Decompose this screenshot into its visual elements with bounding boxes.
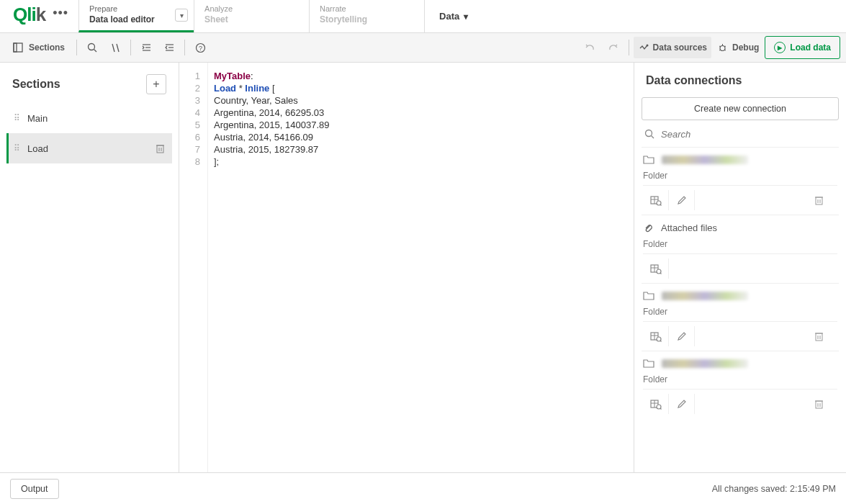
- connection-type: Folder: [643, 301, 837, 321]
- connection-header[interactable]: [643, 359, 837, 369]
- play-icon: ▶: [774, 42, 786, 53]
- search-input[interactable]: [661, 129, 837, 140]
- bottom-bar: Output All changes saved: 2:15:49 PM: [0, 472, 846, 504]
- section-item-load[interactable]: ⠿Load: [6, 133, 172, 163]
- chevron-down-icon[interactable]: ▾: [175, 9, 188, 22]
- output-button[interactable]: Output: [10, 479, 59, 499]
- connection-item: Attached filesFolder: [642, 215, 839, 283]
- create-connection-button[interactable]: Create new connection: [642, 97, 839, 120]
- qlik-logo: Qlik: [13, 4, 45, 26]
- svg-point-14: [646, 44, 648, 46]
- logo-area: Qlik •••: [0, 0, 78, 32]
- svg-line-40: [660, 273, 662, 274]
- connection-type: Folder: [643, 233, 837, 253]
- datasources-label: Data sources: [653, 42, 707, 53]
- toolbar: Sections ? Data sources Debug ▶ Load dat…: [0, 33, 846, 63]
- top-bar: Qlik ••• PrepareData load editor▾Analyze…: [0, 0, 846, 33]
- svg-line-45: [660, 341, 662, 342]
- connection-name-redacted: [662, 292, 748, 300]
- connection-actions: [643, 321, 837, 346]
- svg-rect-46: [816, 333, 822, 341]
- edit-icon[interactable]: [669, 326, 695, 346]
- svg-text:?: ?: [199, 45, 202, 52]
- connection-type: Folder: [643, 369, 837, 389]
- main-area: Sections + ⠿Main⠿Load 12345678 MyTable:L…: [0, 63, 846, 472]
- sections-sidebar: Sections + ⠿Main⠿Load: [0, 63, 179, 472]
- debug-button[interactable]: Debug: [713, 37, 763, 58]
- select-data-icon[interactable]: [643, 394, 669, 414]
- select-data-icon[interactable]: [643, 190, 669, 210]
- datasources-button[interactable]: Data sources: [634, 37, 711, 58]
- edit-icon[interactable]: [669, 190, 695, 210]
- app-name: Data: [439, 11, 459, 22]
- delete-icon[interactable]: [814, 399, 837, 409]
- code-area[interactable]: MyTable:Load * Inline [Country, Year, Sa…: [208, 63, 634, 472]
- connection-actions: [643, 389, 837, 414]
- connection-search[interactable]: [642, 120, 839, 147]
- delete-icon[interactable]: [814, 195, 837, 205]
- indent-icon[interactable]: [135, 37, 157, 58]
- svg-line-3: [94, 49, 96, 52]
- redo-icon: [603, 37, 624, 58]
- section-item-main[interactable]: ⠿Main: [6, 103, 172, 133]
- chevron-down-icon: ▾: [464, 12, 468, 22]
- connection-header[interactable]: [643, 155, 837, 165]
- svg-rect-55: [816, 401, 822, 408]
- svg-line-5: [117, 44, 119, 52]
- delete-icon[interactable]: [814, 331, 837, 341]
- edit-icon[interactable]: [669, 394, 695, 414]
- line-gutter: 12345678: [179, 63, 208, 472]
- connection-item: Folder: [642, 351, 839, 418]
- sections-label: Sections: [29, 42, 65, 53]
- load-data-button[interactable]: ▶ Load data: [765, 36, 840, 59]
- nav-tab-sheet[interactable]: AnalyzeSheet: [194, 0, 309, 32]
- comment-icon[interactable]: [104, 37, 126, 58]
- svg-rect-1: [14, 43, 22, 52]
- save-status: All changes saved: 2:15:49 PM: [712, 484, 836, 494]
- data-connections-panel: Data connections Create new connection F…: [634, 63, 846, 472]
- nav-tabs: PrepareData load editor▾AnalyzeSheetNarr…: [78, 0, 424, 32]
- connection-name: Attached files: [661, 222, 717, 233]
- nav-tab-data-load-editor[interactable]: PrepareData load editor▾: [78, 0, 194, 32]
- section-label: Load: [27, 143, 48, 154]
- connection-item: Folder: [642, 283, 839, 351]
- grip-icon: ⠿: [14, 143, 19, 153]
- delete-icon[interactable]: [156, 143, 165, 153]
- svg-line-4: [112, 44, 114, 52]
- connection-header[interactable]: Attached files: [643, 222, 837, 233]
- load-label: Load data: [790, 42, 831, 53]
- connection-name-redacted: [662, 359, 748, 368]
- svg-line-26: [652, 136, 654, 139]
- sections-toggle[interactable]: Sections: [6, 37, 72, 58]
- connection-actions: [643, 253, 837, 279]
- outdent-icon[interactable]: [158, 37, 180, 58]
- grip-icon: ⠿: [14, 113, 19, 123]
- section-label: Main: [27, 113, 48, 124]
- debug-label: Debug: [732, 42, 759, 53]
- code-editor[interactable]: 12345678 MyTable:Load * Inline [Country,…: [179, 63, 634, 472]
- more-icon[interactable]: •••: [53, 6, 68, 21]
- connections-header: Data connections: [642, 74, 839, 97]
- connection-type: Folder: [643, 165, 837, 185]
- select-data-icon[interactable]: [643, 258, 669, 279]
- search-icon: [644, 129, 655, 140]
- app-dropdown[interactable]: Data ▾: [424, 0, 468, 32]
- svg-point-25: [646, 130, 652, 137]
- nav-tab-storytelling[interactable]: NarrateStorytelling: [309, 0, 424, 32]
- svg-rect-32: [816, 197, 822, 204]
- add-section-button[interactable]: +: [146, 74, 166, 94]
- connection-header[interactable]: [643, 291, 837, 301]
- svg-line-54: [660, 408, 662, 410]
- search-icon[interactable]: [81, 37, 103, 58]
- svg-rect-21: [157, 145, 163, 153]
- select-data-icon[interactable]: [643, 326, 669, 346]
- connection-actions: [643, 185, 837, 210]
- svg-point-2: [88, 43, 94, 50]
- connection-item: Folder: [642, 147, 839, 215]
- svg-line-31: [660, 204, 662, 206]
- sidebar-header: Sections: [12, 78, 60, 91]
- undo-icon: [580, 37, 601, 58]
- help-icon[interactable]: ?: [189, 37, 211, 58]
- connection-name-redacted: [662, 156, 748, 164]
